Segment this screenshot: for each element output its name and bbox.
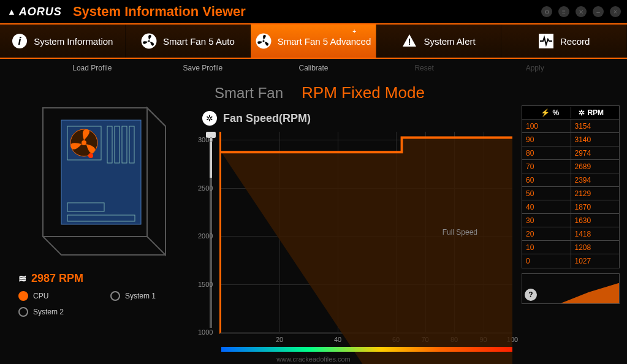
tab-smart-fan-auto[interactable]: Smart Fan 5 Auto bbox=[126, 25, 251, 58]
y-tick: 2000 bbox=[198, 232, 213, 240]
svg-point-17 bbox=[82, 140, 86, 145]
y-tick: 1500 bbox=[198, 281, 213, 288]
tab-label: System Information bbox=[34, 36, 113, 47]
fan-icon: ✲ bbox=[202, 111, 217, 126]
svg-point-5 bbox=[262, 40, 264, 42]
full-speed-label: Full Speed bbox=[443, 228, 477, 237]
sensor-label: System 1 bbox=[125, 292, 156, 300]
app-title: System Information Viewer bbox=[73, 4, 246, 20]
watermark: www.crackeadofiles.com bbox=[276, 355, 350, 363]
sensor-label: CPU bbox=[33, 292, 48, 300]
col-percent: ⚡% bbox=[530, 107, 571, 118]
cell-rpm: 3140 bbox=[571, 133, 620, 146]
mini-trend-chart: ? bbox=[522, 273, 620, 304]
section-title: Smart Fan bbox=[215, 85, 283, 102]
cell-rpm: 1418 bbox=[571, 227, 620, 240]
sensor-label: System 2 bbox=[33, 308, 64, 316]
brand-logo: AORUS bbox=[7, 6, 62, 18]
plus-badge: + bbox=[352, 28, 356, 35]
cell-percent: 70 bbox=[522, 160, 571, 173]
tab-label: Record bbox=[560, 36, 590, 47]
svg-point-18 bbox=[88, 153, 93, 158]
cell-rpm: 2394 bbox=[571, 173, 620, 186]
table-row: 101208 bbox=[522, 241, 619, 254]
tab-label: Smart Fan 5 Auto bbox=[163, 36, 235, 47]
info-icon: i bbox=[12, 33, 28, 49]
table-row: 802974 bbox=[522, 146, 619, 160]
table-row: 301630 bbox=[522, 214, 619, 227]
y-tick: 2500 bbox=[198, 184, 213, 192]
y-tick: 3000 bbox=[198, 136, 213, 143]
temperature-gradient bbox=[221, 347, 512, 352]
save-profile-button[interactable]: Save Profile bbox=[148, 59, 259, 77]
rpm-table: ⚡% ✲RPM 10031549031408029747026896023945… bbox=[522, 105, 620, 268]
col-rpm: ✲RPM bbox=[571, 107, 612, 118]
cell-rpm: 1027 bbox=[571, 254, 620, 268]
table-row: 401870 bbox=[522, 200, 619, 214]
y-tick: 1000 bbox=[198, 328, 213, 336]
fan-icon bbox=[256, 33, 272, 49]
close-icon[interactable]: × bbox=[610, 6, 621, 17]
minimize-icon[interactable]: – bbox=[593, 6, 604, 17]
fan-icon bbox=[141, 33, 157, 49]
sensor-system2[interactable]: System 2 bbox=[18, 307, 98, 317]
settings-icon[interactable]: ⚙ bbox=[541, 6, 552, 17]
cell-percent: 50 bbox=[522, 187, 571, 200]
reset-button[interactable]: Reset bbox=[369, 59, 480, 77]
cell-percent: 20 bbox=[522, 227, 571, 240]
menu-icon[interactable]: ≡ bbox=[558, 6, 569, 17]
cell-percent: 80 bbox=[522, 146, 571, 159]
table-row: 201418 bbox=[522, 227, 619, 241]
alert-icon: ! bbox=[401, 33, 417, 49]
cell-rpm: 2974 bbox=[571, 146, 620, 159]
table-row: 1003154 bbox=[522, 119, 619, 133]
cell-percent: 10 bbox=[522, 241, 571, 254]
tab-label: Smart Fan 5 Advanced bbox=[278, 36, 371, 47]
cell-percent: 0 bbox=[522, 254, 571, 268]
chart-title: Fan Speed(RPM) bbox=[223, 112, 311, 125]
mode-label: RPM Fixed Mode bbox=[302, 83, 425, 102]
tab-smart-fan-advanced[interactable]: + Smart Fan 5 Advanced bbox=[251, 25, 376, 58]
record-icon bbox=[538, 33, 554, 49]
tab-record[interactable]: Record bbox=[501, 25, 627, 58]
fan-curve-chart[interactable]: 3000 2500 2000 1500 1000 20 40 60 70 80 … bbox=[219, 132, 512, 334]
cell-rpm: 1630 bbox=[571, 214, 620, 227]
table-row: 702689 bbox=[522, 160, 619, 173]
help-icon[interactable]: ? bbox=[525, 289, 537, 301]
cell-percent: 30 bbox=[522, 214, 571, 227]
svg-point-3 bbox=[148, 40, 150, 42]
table-row: 903140 bbox=[522, 133, 619, 146]
tab-system-alert[interactable]: ! System Alert bbox=[376, 25, 502, 58]
calibrate-button[interactable]: Calibrate bbox=[258, 59, 369, 77]
cell-rpm: 2129 bbox=[571, 187, 620, 200]
cell-rpm: 2689 bbox=[571, 160, 620, 173]
table-row: 502129 bbox=[522, 187, 619, 200]
svg-text:!: ! bbox=[408, 37, 411, 47]
cell-percent: 100 bbox=[522, 119, 571, 132]
main-tabs: i System Information Smart Fan 5 Auto + … bbox=[0, 23, 627, 59]
sensor-system1[interactable]: System 1 bbox=[110, 291, 190, 301]
profile-toolbar: Load Profile Save Profile Calibrate Rese… bbox=[0, 59, 627, 77]
cell-percent: 60 bbox=[522, 173, 571, 186]
current-rpm: 2987 RPM bbox=[18, 272, 190, 285]
pc-case-diagram[interactable] bbox=[18, 96, 178, 267]
cell-rpm: 3154 bbox=[571, 119, 620, 132]
tab-label: System Alert bbox=[424, 36, 475, 47]
tab-system-information[interactable]: i System Information bbox=[0, 25, 126, 58]
link-icon[interactable]: ✕ bbox=[576, 6, 587, 17]
sensor-cpu[interactable]: CPU bbox=[18, 291, 98, 301]
cell-rpm: 1870 bbox=[571, 200, 620, 213]
cell-rpm: 1208 bbox=[571, 241, 620, 254]
apply-button[interactable]: Apply bbox=[479, 59, 590, 77]
table-row: 602394 bbox=[522, 173, 619, 187]
cell-percent: 90 bbox=[522, 133, 571, 146]
load-profile-button[interactable]: Load Profile bbox=[37, 59, 148, 77]
table-row: 01027 bbox=[522, 254, 619, 268]
cell-percent: 40 bbox=[522, 200, 571, 213]
